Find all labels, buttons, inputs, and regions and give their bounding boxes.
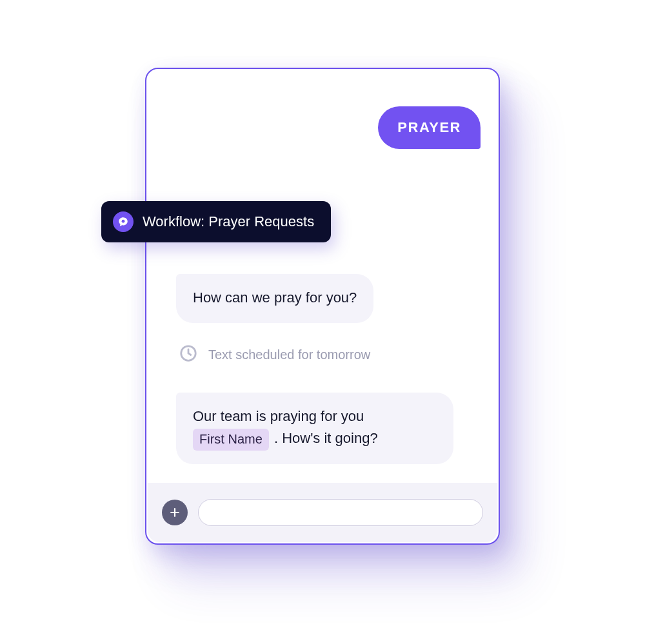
message-composer (148, 483, 497, 542)
plus-icon (168, 506, 181, 519)
incoming-message-text: How can we pray for you? (193, 289, 357, 306)
workflow-label: Workflow: Prayer Requests (143, 213, 314, 230)
schedule-text: Text scheduled for tomorrow (208, 347, 370, 362)
incoming-message-bubble: Our team is praying for you First Name .… (176, 393, 453, 464)
workflow-chat-icon (113, 211, 134, 232)
incoming-message-text-part2: . How's it going? (274, 430, 378, 446)
clock-icon (179, 344, 198, 366)
workflow-badge[interactable]: Workflow: Prayer Requests (101, 201, 331, 242)
merge-field-token[interactable]: First Name (193, 429, 269, 451)
message-input[interactable] (198, 499, 483, 526)
chat-panel: PRAYER Workflow: Prayer Requests How can… (145, 68, 500, 545)
outgoing-message-bubble: PRAYER (378, 106, 481, 149)
svg-point-0 (122, 220, 125, 223)
schedule-indicator: Text scheduled for tomorrow (179, 344, 370, 366)
incoming-message-text-part1: Our team is praying for you (193, 408, 364, 424)
add-button[interactable] (162, 500, 188, 525)
merge-field-label: First Name (199, 432, 263, 446)
outgoing-message-text: PRAYER (397, 119, 461, 135)
incoming-message-bubble: How can we pray for you? (176, 274, 373, 323)
